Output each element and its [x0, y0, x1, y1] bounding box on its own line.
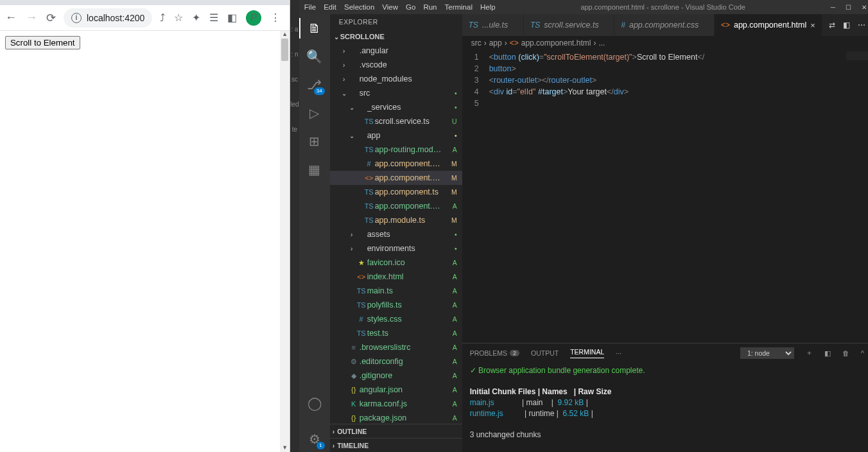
tree-item[interactable]: ◆.gitignoreA	[330, 369, 462, 383]
editor-tab[interactable]: TS...ule.ts×	[462, 14, 524, 36]
editor-tab[interactable]: TSscroll.service.ts×	[524, 14, 614, 36]
explorer-icon[interactable]: 🗎	[307, 21, 322, 36]
tree-item[interactable]: TSscroll.service.tsU	[330, 114, 462, 128]
window-controls: ─ ☐ ✕	[831, 4, 867, 11]
scrollbar[interactable]: ▲ ▼	[280, 31, 290, 452]
project-root[interactable]: ⌄ SCROLLONE	[330, 30, 462, 44]
menu-icon[interactable]: ⋮	[270, 12, 281, 24]
menu-selection[interactable]: Selection	[344, 3, 374, 11]
menu-file[interactable]: File	[304, 3, 317, 11]
bottom-panel: PROBLEMS2 OUTPUT TERMINAL ··· 1: node ＋ …	[462, 343, 868, 452]
tree-item[interactable]: TSapp.component.spec.tsA	[330, 199, 462, 213]
forward-icon[interactable]: →	[26, 11, 37, 24]
terminal-output[interactable]: ✓ Browser application bundle generation …	[462, 363, 868, 452]
sidebar-title: EXPLORER	[330, 14, 462, 30]
menu-edit[interactable]: Edit	[324, 3, 336, 11]
tree-item[interactable]: #app.component.cssM	[330, 157, 462, 171]
tree-item[interactable]: <>app.component.htmlM	[330, 171, 462, 185]
tree-item[interactable]: ⌄_services•	[330, 100, 462, 114]
scm-icon[interactable]: ⎇34	[307, 77, 322, 92]
reading-list-icon[interactable]: ☰	[209, 12, 218, 24]
search-icon[interactable]: 🔍	[307, 49, 322, 64]
share-icon[interactable]: ⤴	[160, 12, 165, 24]
maximize-icon[interactable]: ☐	[846, 4, 851, 11]
menu-go[interactable]: Go	[406, 3, 415, 11]
menu-view[interactable]: View	[382, 3, 398, 11]
tab-more[interactable]: ···	[616, 349, 621, 357]
tree-item[interactable]: #styles.cssA	[330, 312, 462, 326]
file-tree: ›.angular›.vscode›node_modules⌄src•⌄_ser…	[330, 44, 462, 424]
extensions-icon[interactable]: ✦	[192, 12, 200, 24]
scroll-thumb[interactable]	[281, 39, 288, 61]
new-terminal-icon[interactable]: ＋	[806, 349, 813, 358]
browser-window: ← → ⟳ i localhost:4200 ⤴ ☆ ✦ ☰ ◧ P ⋮ Scr…	[0, 0, 290, 452]
scroll-down-icon[interactable]: ▼	[280, 444, 290, 452]
tree-item[interactable]: TStest.tsA	[330, 326, 462, 340]
tree-item[interactable]: ⌄app•	[330, 128, 462, 143]
menu-terminal[interactable]: Terminal	[445, 3, 473, 11]
browser-tabstrip	[0, 0, 290, 5]
split-icon[interactable]: ◧	[843, 21, 850, 30]
split-terminal-icon[interactable]: ◧	[824, 349, 831, 357]
tree-item[interactable]: {}package.jsonA	[330, 411, 462, 424]
background-window-sliver: : a : n sc led te	[290, 0, 299, 452]
tab-problems[interactable]: PROBLEMS2	[470, 349, 519, 357]
extensions-icon[interactable]: ⊞	[307, 134, 322, 149]
address-bar[interactable]: i localhost:4200	[64, 8, 152, 28]
scroll-to-element-button[interactable]: Scroll to Element	[5, 36, 80, 49]
tab-output[interactable]: OUTPUT	[531, 349, 559, 357]
panel-maximize-icon[interactable]: ^	[861, 349, 864, 357]
tree-item[interactable]: ★favicon.icoA	[330, 256, 462, 270]
menu-help[interactable]: Help	[480, 3, 496, 11]
timeline-section[interactable]: ›TIMELINE	[330, 438, 462, 452]
minimap[interactable]	[846, 51, 868, 60]
account-icon[interactable]: ◯	[307, 396, 322, 411]
vscode-window: FileEditSelectionViewGoRunTerminalHelp a…	[299, 0, 868, 452]
tree-item[interactable]: TSapp.component.tsM	[330, 185, 462, 199]
tree-item[interactable]: TSmain.tsA	[330, 284, 462, 298]
run-debug-icon[interactable]: ▷	[307, 105, 322, 121]
code-editor[interactable]: 12345 <button (click)="scrollToElement(t…	[462, 50, 868, 343]
nav-buttons: ← → ⟳	[5, 11, 56, 25]
tree-item[interactable]: TSapp.module.tsM	[330, 213, 462, 227]
terminal-selector[interactable]: 1: node	[740, 347, 794, 359]
scroll-up-icon[interactable]: ▲	[280, 31, 290, 39]
tree-item[interactable]: ⚙.editorconfigA	[330, 354, 462, 369]
browser-viewport: Scroll to Element ▲ ▼	[0, 31, 290, 452]
tree-item[interactable]: ›node_modules	[330, 72, 462, 86]
bookmark-icon[interactable]: ☆	[174, 12, 183, 24]
tree-item[interactable]: <>index.htmlA	[330, 270, 462, 284]
editor-tab[interactable]: <>app.component.html×	[715, 14, 822, 36]
outline-section[interactable]: ›OUTLINE	[330, 424, 462, 438]
kill-terminal-icon[interactable]: 🗑	[842, 349, 849, 357]
site-info-icon[interactable]: i	[71, 13, 82, 23]
close-icon[interactable]: ✕	[862, 4, 867, 11]
tab-terminal[interactable]: TERMINAL	[570, 348, 604, 358]
tree-item[interactable]: ›.vscode	[330, 58, 462, 72]
layout-icon[interactable]: ▦	[307, 162, 322, 177]
breadcrumb[interactable]: src› app› <>app.component.html› ...	[462, 36, 868, 50]
tree-item[interactable]: TSapp-routing.module.tsA	[330, 143, 462, 157]
code-content[interactable]: <button (click)="scrollToElement(target)…	[487, 50, 868, 343]
tree-item[interactable]: TSpolyfills.tsA	[330, 298, 462, 312]
editor-tab[interactable]: #app.component.css×	[614, 14, 715, 36]
compare-icon[interactable]: ⇄	[829, 21, 835, 30]
close-tab-icon[interactable]: ×	[810, 21, 815, 30]
side-panel-icon[interactable]: ◧	[227, 12, 237, 24]
tree-item[interactable]: ›assets•	[330, 227, 462, 241]
settings-icon[interactable]: ⚙1	[307, 431, 322, 447]
more-icon[interactable]: ⋯	[858, 21, 865, 30]
tree-item[interactable]: ≡.browserslistrcA	[330, 340, 462, 354]
tree-item[interactable]: {}angular.jsonA	[330, 383, 462, 397]
tree-item[interactable]: ›environments•	[330, 241, 462, 256]
profile-avatar[interactable]: P	[246, 10, 261, 26]
tree-item[interactable]: ⌄src•	[330, 86, 462, 100]
browser-toolbar: ← → ⟳ i localhost:4200 ⤴ ☆ ✦ ☰ ◧ P ⋮	[0, 5, 290, 31]
activity-bar: 🗎 🔍 ⎇34 ▷ ⊞ ▦ ◯ ⚙1	[299, 14, 330, 452]
reload-icon[interactable]: ⟳	[46, 11, 56, 25]
back-icon[interactable]: ←	[5, 11, 17, 24]
minimize-icon[interactable]: ─	[831, 4, 835, 11]
tree-item[interactable]: Kkarma.conf.jsA	[330, 397, 462, 411]
tree-item[interactable]: ›.angular	[330, 44, 462, 58]
menu-run[interactable]: Run	[423, 3, 437, 11]
